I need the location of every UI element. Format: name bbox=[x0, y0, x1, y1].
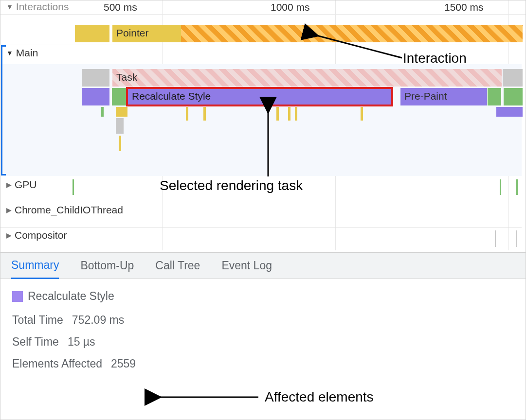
tick bbox=[361, 107, 363, 121]
interaction-pointer[interactable]: Pointer bbox=[112, 25, 181, 42]
track-label-main: Main bbox=[16, 47, 38, 59]
track-label-interactions: Interactions bbox=[16, 1, 69, 13]
svg-line-0 bbox=[317, 35, 402, 58]
tab-bottom-up[interactable]: Bottom-Up bbox=[80, 253, 134, 278]
tiny-purple[interactable] bbox=[496, 107, 523, 117]
gpu-tick bbox=[500, 179, 501, 195]
annotation-selected: Selected rendering task bbox=[160, 178, 303, 193]
track-header-gpu[interactable]: ▶ GPU bbox=[6, 179, 37, 191]
comp-tick bbox=[516, 230, 517, 247]
detail-tabs: Summary Bottom-Up Call Tree Event Log bbox=[0, 252, 526, 279]
tiny-gray[interactable] bbox=[116, 118, 124, 134]
tab-call-tree[interactable]: Call Tree bbox=[155, 253, 200, 278]
prepaint-block[interactable]: Pre-Paint bbox=[400, 88, 487, 105]
arrow-icon bbox=[263, 108, 273, 179]
track-label-compositor: Compositor bbox=[15, 229, 67, 241]
tick bbox=[276, 107, 279, 121]
self-time-label: Self Time bbox=[12, 335, 59, 349]
chevron-right-icon: ▶ bbox=[6, 181, 12, 189]
tab-summary[interactable]: Summary bbox=[11, 253, 59, 279]
elements-affected-label: Elements Affected bbox=[12, 357, 102, 370]
interactions-lane[interactable]: Pointer bbox=[0, 25, 522, 42]
total-time-value: 752.09 ms bbox=[72, 314, 124, 327]
arrow-icon bbox=[307, 34, 404, 63]
time-ruler: 500 ms 1000 ms 1500 ms bbox=[0, 0, 526, 15]
track-header-interactions[interactable]: ▼ Interactions bbox=[6, 1, 69, 13]
main-lane[interactable]: Task Recalculate Style Pre-Paint bbox=[0, 64, 522, 176]
summary-title: Recalculate Style bbox=[28, 290, 114, 303]
track-label-gpu: GPU bbox=[15, 179, 37, 191]
elements-affected-value: 2559 bbox=[111, 357, 136, 370]
color-swatch bbox=[12, 291, 23, 302]
ruler-tick-500: 500 ms bbox=[104, 1, 137, 13]
task-block[interactable]: Task bbox=[112, 69, 502, 87]
ruler-tick-1000: 1000 ms bbox=[271, 1, 310, 13]
total-time-label: Total Time bbox=[12, 314, 63, 327]
arrow-icon bbox=[156, 392, 263, 402]
track-header-main[interactable]: ▼ Main bbox=[6, 47, 38, 59]
task-label: Task bbox=[116, 71, 137, 83]
task-block-tail[interactable] bbox=[503, 69, 523, 87]
task-block-small[interactable] bbox=[82, 69, 109, 87]
chevron-down-icon: ▼ bbox=[6, 49, 13, 57]
style-block-small[interactable] bbox=[82, 88, 109, 105]
tick bbox=[295, 107, 297, 121]
green-block-3[interactable] bbox=[504, 88, 523, 105]
prepaint-label: Pre-Paint bbox=[404, 90, 447, 102]
compositor-lane[interactable] bbox=[0, 227, 522, 248]
main-bracket bbox=[1, 45, 6, 175]
tiny-yellow[interactable] bbox=[116, 107, 127, 117]
tick bbox=[119, 136, 121, 151]
self-time-value: 15 µs bbox=[68, 335, 95, 349]
selection-highlight bbox=[126, 87, 393, 106]
tick bbox=[186, 107, 188, 121]
tab-event-log[interactable]: Event Log bbox=[221, 253, 272, 278]
interaction-pointer-label: Pointer bbox=[116, 27, 149, 39]
chevron-right-icon: ▶ bbox=[6, 206, 12, 214]
tick bbox=[203, 107, 206, 121]
tiny-block[interactable] bbox=[101, 107, 104, 117]
comp-tick bbox=[495, 230, 496, 247]
green-block-2[interactable] bbox=[488, 88, 501, 105]
tick bbox=[288, 107, 290, 121]
interaction-block[interactable] bbox=[75, 25, 109, 42]
ruler-tick-1500: 1500 ms bbox=[444, 1, 484, 13]
chevron-down-icon: ▼ bbox=[6, 3, 13, 11]
chevron-right-icon: ▶ bbox=[6, 231, 12, 239]
gpu-tick bbox=[516, 179, 518, 195]
track-header-compositor[interactable]: ▶ Compositor bbox=[6, 229, 67, 241]
track-header-childio[interactable]: ▶ Chrome_ChildIOThread bbox=[6, 204, 123, 216]
annotation-interaction: Interaction bbox=[403, 51, 467, 66]
annotation-affected: Affected elements bbox=[265, 389, 374, 405]
gpu-tick bbox=[73, 179, 74, 195]
track-label-childio: Chrome_ChildIOThread bbox=[15, 204, 123, 216]
